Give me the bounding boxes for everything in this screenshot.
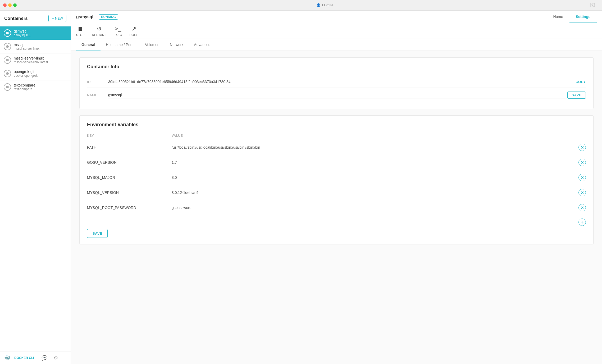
docker-cli-icon: 🐳 — [4, 355, 10, 361]
item-name: mssql-server-linux — [14, 56, 48, 60]
settings-icon[interactable]: ⚙ — [54, 355, 58, 361]
id-label: ID — [87, 80, 108, 84]
sidebar-title: Containers — [4, 16, 28, 21]
sidebar-item-text-compare[interactable]: text-compare text-compare — [0, 80, 71, 94]
exec-label: EXEC — [114, 33, 122, 37]
env-vars-title: Environment Variables — [87, 122, 586, 128]
topbar-tab-home[interactable]: Home — [547, 11, 569, 22]
env-rows: PATH /usr/local/sbin:/usr/local/bin:/usr… — [87, 140, 586, 215]
env-key-header: KEY — [87, 134, 172, 138]
topbar-tab-settings[interactable]: Settings — [569, 11, 597, 22]
item-subtitle: mssql-server-linux — [14, 47, 39, 51]
maximize-button[interactable] — [13, 3, 17, 7]
id-value: 30fdfa390521b61de77a7938091e65f946d49415… — [108, 80, 576, 84]
topbar-tabs: HomeSettings — [547, 11, 597, 22]
env-header: KEY VALUE — [87, 134, 586, 140]
env-row-3: MYSQL_VERSION 8.0.12-1debian9 ✕ — [87, 185, 586, 200]
env-value-0: /usr/local/sbin:/usr/local/bin:/usr/sbin… — [172, 145, 578, 149]
login-icon: 👤 — [316, 3, 321, 7]
settings-tab-volumes[interactable]: Volumes — [140, 39, 165, 51]
item-text: mssql mssql-server-linux — [14, 43, 39, 51]
add-env-button[interactable]: + — [578, 219, 586, 226]
sidebar-item-mssql-server-linux[interactable]: mssql-server-linux mssql-server-linux:la… — [0, 53, 71, 67]
status-dot — [6, 45, 9, 48]
settings-tabs: GeneralHostname / PortsVolumesNetworkAdv… — [71, 39, 602, 51]
content-area: Container Info ID 30fdfa390521b61de77a79… — [71, 51, 602, 364]
env-value-4: gspassword — [172, 206, 578, 210]
stop-icon: ⏹ — [77, 25, 83, 32]
app-container: Containers + NEW gsmysql gsmysql:0.1 mss… — [0, 0, 602, 364]
titlebar: 👤 LOGIN K! — [0, 0, 602, 11]
item-name: opengrok-git — [14, 70, 38, 74]
env-remove-button-1[interactable]: ✕ — [578, 159, 586, 166]
env-key-1: GOSU_VERSION — [87, 160, 172, 165]
container-name-label: gsmysql — [76, 15, 93, 19]
name-input[interactable] — [108, 92, 567, 98]
env-row-1: GOSU_VERSION 1.7 ✕ — [87, 155, 586, 170]
env-row-4: MYSQL_ROOT_PASSWORD gspassword ✕ — [87, 200, 586, 215]
topbar-left: gsmysql RUNNING — [76, 14, 118, 20]
sidebar-item-gsmysql[interactable]: gsmysql gsmysql:0.1 — [0, 26, 71, 40]
env-add-row: + — [87, 215, 586, 229]
item-subtitle: mssql-server-linux:latest — [14, 60, 48, 64]
settings-tab-hostname-ports[interactable]: Hostname / Ports — [101, 39, 140, 51]
env-row-2: MYSQL_MAJOR 8.0 ✕ — [87, 170, 586, 185]
stop-label: STOP — [76, 33, 85, 37]
docker-cli-label[interactable]: DOCKER CLI — [14, 356, 34, 360]
login-label[interactable]: LOGIN — [322, 3, 333, 7]
docs-label: DOCS — [130, 33, 139, 37]
item-status-icon — [4, 56, 11, 64]
toolbar: ⏹ STOP ↺ RESTART >_ EXEC ↗ DOCS — [71, 23, 602, 39]
item-status-icon — [4, 83, 11, 91]
env-key-3: MYSQL_VERSION — [87, 190, 172, 195]
env-value-3: 8.0.12-1debian9 — [172, 190, 578, 195]
env-remove-button-0[interactable]: ✕ — [578, 144, 586, 151]
toolbar-stop-action[interactable]: ⏹ STOP — [76, 25, 85, 37]
item-status-icon — [4, 29, 11, 37]
status-dot — [6, 86, 9, 88]
exec-icon: >_ — [115, 25, 121, 32]
env-vars-section: Environment Variables KEY VALUE PATH /us… — [79, 115, 594, 244]
item-name: gsmysql — [14, 29, 31, 33]
sidebar-item-mssql[interactable]: mssql mssql-server-linux — [0, 40, 71, 53]
name-row: NAME SAVE — [87, 88, 586, 102]
name-save-button[interactable]: SAVE — [567, 92, 586, 99]
env-value-header: VALUE — [172, 134, 586, 138]
settings-tab-advanced[interactable]: Advanced — [189, 39, 216, 51]
close-button[interactable] — [3, 3, 7, 7]
id-row: ID 30fdfa390521b61de77a7938091e65f946d49… — [87, 76, 586, 88]
window-controls — [3, 3, 17, 7]
env-save-button[interactable]: SAVE — [87, 229, 108, 238]
feedback-icon[interactable]: 💬 — [42, 355, 47, 361]
settings-tab-general[interactable]: General — [76, 39, 101, 51]
status-badge: RUNNING — [99, 14, 118, 20]
env-remove-button-3[interactable]: ✕ — [578, 189, 586, 196]
env-key-2: MYSQL_MAJOR — [87, 175, 172, 180]
toolbar-restart-action[interactable]: ↺ RESTART — [92, 25, 106, 37]
env-remove-button-2[interactable]: ✕ — [578, 174, 586, 181]
env-value-2: 8.0 — [172, 175, 578, 180]
copy-button[interactable]: COPY — [576, 80, 586, 84]
toolbar-docs-action[interactable]: ↗ DOCS — [130, 25, 139, 37]
env-remove-button-4[interactable]: ✕ — [578, 204, 586, 211]
restart-icon: ↺ — [97, 25, 102, 32]
item-name: text-compare — [14, 83, 35, 87]
item-subtitle: docker-opengrok — [14, 74, 38, 78]
name-label: NAME — [87, 93, 108, 97]
container-info-title: Container Info — [87, 64, 586, 70]
sidebar-footer: 🐳 DOCKER CLI 💬 ⚙ — [0, 352, 71, 364]
item-text: mssql-server-linux mssql-server-linux:la… — [14, 56, 48, 64]
container-info-section: Container Info ID 30fdfa390521b61de77a79… — [79, 57, 594, 109]
item-subtitle: gsmysql:0.1 — [14, 33, 31, 37]
item-text: text-compare text-compare — [14, 83, 35, 91]
new-container-button[interactable]: + NEW — [48, 15, 66, 22]
toolbar-exec-action[interactable]: >_ EXEC — [114, 25, 122, 37]
status-dot — [6, 72, 9, 75]
env-value-1: 1.7 — [172, 160, 578, 165]
main-content: gsmysql RUNNING HomeSettings ⏹ STOP ↺ RE… — [71, 11, 602, 364]
item-subtitle: text-compare — [14, 87, 35, 91]
minimize-button[interactable] — [8, 3, 12, 7]
settings-tab-network[interactable]: Network — [165, 39, 189, 51]
sidebar-item-opengrok-git[interactable]: opengrok-git docker-opengrok — [0, 67, 71, 80]
status-dot — [6, 32, 9, 34]
